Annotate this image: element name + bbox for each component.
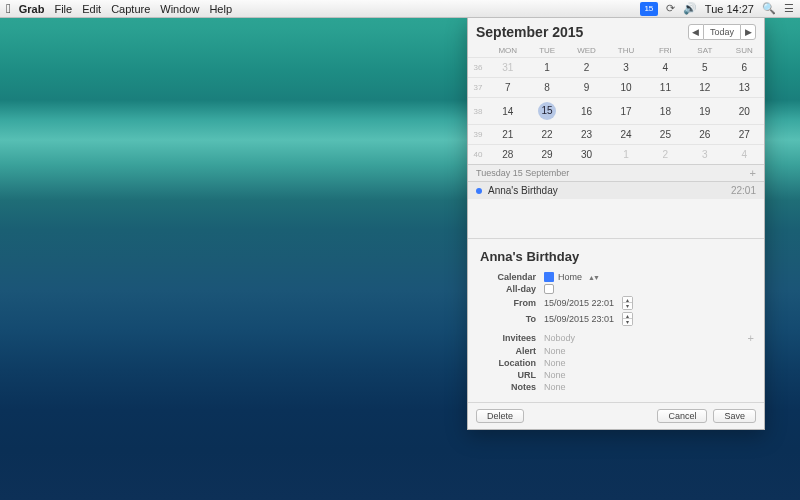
day-cell[interactable]: 25 xyxy=(646,125,685,145)
add-invitee-button[interactable]: + xyxy=(748,332,754,344)
label-to: To xyxy=(478,314,536,324)
day-cell[interactable]: 3 xyxy=(685,145,724,165)
day-cell[interactable]: 1 xyxy=(527,58,566,78)
detail-title[interactable]: Anna's Birthday xyxy=(480,249,754,264)
next-month-button[interactable]: ▶ xyxy=(740,24,756,40)
today-button[interactable]: Today xyxy=(704,24,740,40)
chevron-updown-icon: ▲▼ xyxy=(588,274,598,281)
label-calendar: Calendar xyxy=(478,272,536,282)
day-cell[interactable]: 4 xyxy=(646,58,685,78)
day-cell[interactable]: 1 xyxy=(606,145,645,165)
day-cell[interactable]: 11 xyxy=(646,78,685,98)
day-cell[interactable]: 29 xyxy=(527,145,566,165)
weekday-header: FRI xyxy=(646,44,685,58)
weekday-header: SUN xyxy=(725,44,764,58)
event-time: 22:01 xyxy=(731,185,756,196)
label-invitees: Invitees xyxy=(478,333,536,343)
event-list-empty xyxy=(468,199,764,239)
prev-month-button[interactable]: ◀ xyxy=(688,24,704,40)
to-field[interactable]: 15/09/2015 23:01 ▴▾ xyxy=(544,312,633,326)
save-button[interactable]: Save xyxy=(713,409,756,423)
day-header: Tuesday 15 September + xyxy=(468,164,764,182)
menu-help[interactable]: Help xyxy=(209,3,232,15)
label-alert: Alert xyxy=(478,346,536,356)
label-allday: All-day xyxy=(478,284,536,294)
day-cell[interactable]: 24 xyxy=(606,125,645,145)
day-cell[interactable]: 3 xyxy=(606,58,645,78)
day-cell[interactable]: 31 xyxy=(488,58,527,78)
spotlight-icon[interactable]: 🔍 xyxy=(762,2,776,15)
day-cell[interactable]: 13 xyxy=(725,78,764,98)
week-number: 38 xyxy=(468,98,488,125)
weekday-header: THU xyxy=(606,44,645,58)
day-cell[interactable]: 12 xyxy=(685,78,724,98)
clock[interactable]: Tue 14:27 xyxy=(705,3,754,15)
calendar-color-swatch xyxy=(544,272,554,282)
location-field[interactable]: None xyxy=(544,358,566,368)
event-detail: Anna's Birthday Calendar Home ▲▼ All-day… xyxy=(468,239,764,402)
calendar-menulet-icon[interactable]: 15 xyxy=(640,2,658,16)
weekday-header: SAT xyxy=(685,44,724,58)
delete-button[interactable]: Delete xyxy=(476,409,524,423)
event-row[interactable]: Anna's Birthday 22:01 xyxy=(468,182,764,199)
day-cell[interactable]: 19 xyxy=(685,98,724,125)
to-stepper[interactable]: ▴▾ xyxy=(622,312,633,326)
week-number: 40 xyxy=(468,145,488,165)
weekday-header: MON xyxy=(488,44,527,58)
calendar-panel: September 2015 ◀ Today ▶ MONTUEWEDTHUFRI… xyxy=(467,18,765,430)
day-cell[interactable]: 6 xyxy=(725,58,764,78)
app-name[interactable]: Grab xyxy=(19,3,45,15)
day-cell[interactable]: 21 xyxy=(488,125,527,145)
calendar-grid: MONTUEWEDTHUFRISATSUN 363112345637789101… xyxy=(468,44,764,164)
day-cell[interactable]: 9 xyxy=(567,78,606,98)
add-event-button[interactable]: + xyxy=(750,167,756,179)
volume-icon[interactable]: 🔊 xyxy=(683,2,697,15)
timemachine-icon[interactable]: ⟳ xyxy=(666,2,675,15)
day-cell[interactable]: 4 xyxy=(725,145,764,165)
label-notes: Notes xyxy=(478,382,536,392)
day-cell[interactable]: 2 xyxy=(646,145,685,165)
cancel-button[interactable]: Cancel xyxy=(657,409,707,423)
event-title: Anna's Birthday xyxy=(488,185,558,196)
allday-checkbox[interactable] xyxy=(544,284,554,294)
day-cell[interactable]: 5 xyxy=(685,58,724,78)
day-cell[interactable]: 15 xyxy=(527,98,566,125)
from-stepper[interactable]: ▴▾ xyxy=(622,296,633,310)
apple-menu-icon[interactable]:  xyxy=(6,1,11,16)
menubar:  Grab File Edit Capture Window Help 15 … xyxy=(0,0,800,18)
from-field[interactable]: 15/09/2015 22:01 ▴▾ xyxy=(544,296,633,310)
day-cell[interactable]: 23 xyxy=(567,125,606,145)
day-cell[interactable]: 30 xyxy=(567,145,606,165)
invitees-field[interactable]: Nobody xyxy=(544,333,575,343)
day-cell[interactable]: 7 xyxy=(488,78,527,98)
day-cell[interactable]: 20 xyxy=(725,98,764,125)
notes-field[interactable]: None xyxy=(544,382,566,392)
label-from: From xyxy=(478,298,536,308)
weekday-header: WED xyxy=(567,44,606,58)
menu-capture[interactable]: Capture xyxy=(111,3,150,15)
day-cell[interactable]: 2 xyxy=(567,58,606,78)
month-nav: ◀ Today ▶ xyxy=(688,24,756,40)
day-cell[interactable]: 22 xyxy=(527,125,566,145)
day-cell[interactable]: 27 xyxy=(725,125,764,145)
alert-field[interactable]: None xyxy=(544,346,566,356)
detail-footer: Delete Cancel Save xyxy=(468,402,764,429)
week-number: 36 xyxy=(468,58,488,78)
notification-center-icon[interactable]: ☰ xyxy=(784,2,794,15)
month-title: September 2015 xyxy=(476,24,688,40)
day-cell[interactable]: 18 xyxy=(646,98,685,125)
menu-edit[interactable]: Edit xyxy=(82,3,101,15)
day-cell[interactable]: 26 xyxy=(685,125,724,145)
day-cell[interactable]: 14 xyxy=(488,98,527,125)
day-cell[interactable]: 16 xyxy=(567,98,606,125)
calendar-select[interactable]: Home ▲▼ xyxy=(544,272,598,282)
day-cell[interactable]: 10 xyxy=(606,78,645,98)
url-field[interactable]: None xyxy=(544,370,566,380)
week-number: 37 xyxy=(468,78,488,98)
day-cell[interactable]: 17 xyxy=(606,98,645,125)
menu-window[interactable]: Window xyxy=(160,3,199,15)
day-cell[interactable]: 28 xyxy=(488,145,527,165)
menu-file[interactable]: File xyxy=(54,3,72,15)
day-header-label: Tuesday 15 September xyxy=(476,168,569,178)
day-cell[interactable]: 8 xyxy=(527,78,566,98)
